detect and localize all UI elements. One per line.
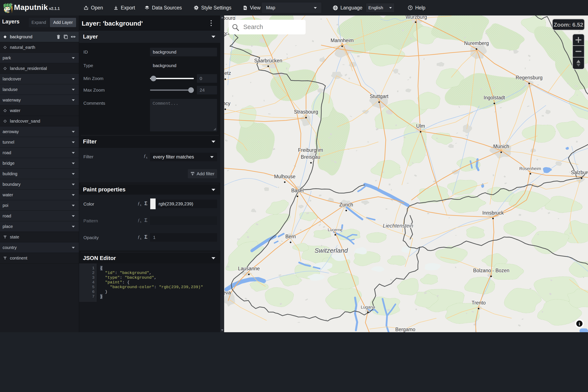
- svg-text:Ulm: Ulm: [416, 123, 425, 129]
- svg-text:Strasbourg: Strasbourg: [294, 109, 318, 114]
- svg-text:Saarbrücken: Saarbrücken: [254, 58, 282, 64]
- svg-text:Ingolstadt: Ingolstadt: [484, 95, 505, 100]
- svg-text:Lausanne: Lausanne: [238, 266, 260, 271]
- svg-text:Nuremberg: Nuremberg: [464, 40, 489, 46]
- svg-text:?: ?: [409, 6, 411, 10]
- svg-text:Bergamo: Bergamo: [395, 327, 415, 332]
- svg-text:Salzburg: Salzburg: [571, 170, 588, 175]
- svg-text:Stuttgart: Stuttgart: [370, 94, 389, 99]
- svg-text:i: i: [579, 321, 580, 326]
- svg-text:Geneva: Geneva: [224, 290, 231, 296]
- svg-text:Breisgau: Breisgau: [301, 154, 320, 160]
- svg-text:Trento: Trento: [472, 300, 486, 306]
- svg-text:Switzerland: Switzerland: [314, 247, 348, 254]
- svg-text:Mulhouse: Mulhouse: [274, 174, 295, 179]
- svg-text:Zoom: 6.52: Zoom: 6.52: [554, 22, 583, 28]
- svg-text:Bern: Bern: [286, 234, 296, 239]
- svg-text:Würzburg: Würzburg: [406, 16, 427, 20]
- svg-text:Liechtenstein: Liechtenstein: [383, 223, 413, 228]
- svg-text:Rosenheim: Rosenheim: [519, 166, 541, 171]
- svg-text:Nancy: Nancy: [224, 101, 230, 106]
- svg-text:Lucerne: Lucerne: [328, 228, 342, 232]
- svg-text:Munich: Munich: [493, 144, 509, 149]
- svg-text:Innsbruck: Innsbruck: [482, 210, 504, 216]
- svg-text:Regensburg: Regensburg: [516, 75, 543, 80]
- svg-text:Mannheim: Mannheim: [330, 38, 353, 43]
- svg-text:Zurich: Zurich: [339, 202, 353, 208]
- svg-text:bc: bc: [224, 31, 228, 36]
- svg-text:Metz: Metz: [224, 70, 231, 76]
- svg-text:Bolzano - Bozen: Bolzano - Bozen: [473, 268, 510, 273]
- svg-text:Lugano: Lugano: [361, 305, 375, 310]
- svg-text:Basel: Basel: [291, 188, 304, 193]
- svg-text:Freiburg im: Freiburg im: [298, 147, 323, 153]
- svg-text:Search: Search: [243, 24, 263, 30]
